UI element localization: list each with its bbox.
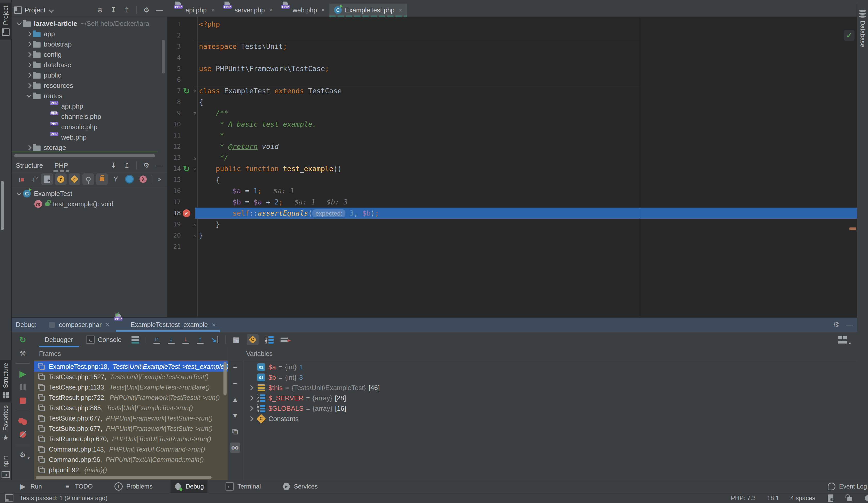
structure-tab-structure[interactable]: Structure — [16, 159, 43, 172]
code-line-12[interactable]: * @return void — [195, 141, 857, 152]
variables-action-watch[interactable]: oo — [230, 442, 240, 453]
rerun-icon[interactable]: ↻ — [19, 336, 27, 344]
expand-all-icon[interactable]: ↧ — [110, 6, 117, 14]
tree-item-web-php[interactable]: PHPweb.php — [12, 132, 167, 142]
inspection-status-icon[interactable]: ✓ — [844, 30, 855, 41]
toolwindow-toggle-icon[interactable] — [5, 494, 13, 502]
threads-icon[interactable]: 123 — [265, 335, 273, 344]
debug-toggle-mute-diamond[interactable]: C — [247, 334, 259, 345]
indent-setting[interactable]: 4 spaces — [790, 494, 815, 502]
chevron-down-icon[interactable] — [25, 95, 33, 97]
tree-item-console-php[interactable]: PHPconsole.php — [12, 122, 167, 132]
gear-icon[interactable]: ⚙ — [832, 320, 840, 329]
structure-item-ExampleTest[interactable]: CExampleTest — [12, 188, 167, 199]
tree-item-app[interactable]: app — [12, 29, 167, 39]
debug-view-tab-debugger[interactable]: Debugger — [42, 332, 76, 347]
debug-tab-ExampleTest-test_example[interactable]: PHP✓ExampleTest.test_example× — [115, 318, 221, 332]
editor[interactable]: PHPapi.php×PHPserver.php×PHPweb.php×CExa… — [167, 4, 857, 317]
code-line-3[interactable]: namespace Tests\Unit; — [195, 41, 857, 52]
close-icon[interactable]: × — [212, 321, 216, 329]
gutter-row[interactable]: 16 — [167, 185, 195, 196]
collapse-all-icon[interactable]: ↥ — [123, 161, 131, 170]
code-line-2[interactable] — [195, 30, 857, 41]
php-version[interactable]: PHP: 7.3 — [731, 494, 756, 502]
code-line-19[interactable]: } — [195, 219, 857, 230]
close-icon[interactable]: × — [211, 7, 214, 14]
step-over-icon[interactable]: ∩ — [153, 335, 161, 344]
run-cursor-icon[interactable]: ↘ — [211, 335, 218, 344]
tree-item-bootstrap[interactable]: bootstrap — [12, 39, 167, 49]
frame-row[interactable]: TestCase.php:1133,Tests|Unit|ExampleTest… — [34, 382, 228, 392]
add-watch-icon[interactable]: + — [280, 335, 288, 344]
pause-icon[interactable] — [19, 383, 27, 392]
close-icon[interactable]: × — [321, 7, 325, 14]
frame-row[interactable]: TestCase.php:885,Tests|Unit|ExampleTest-… — [34, 403, 228, 413]
step-out-icon[interactable]: ↑ — [196, 335, 204, 344]
chevron-right-icon[interactable] — [25, 63, 33, 67]
toolwindow-button-project[interactable]: Project — [0, 3, 11, 40]
hide-icon[interactable]: — — [156, 6, 164, 14]
tree-item-resources[interactable]: resources — [12, 80, 167, 91]
code-line-10[interactable]: * A basic test example. — [195, 119, 857, 130]
chevron-right-icon[interactable] — [246, 407, 256, 410]
tree-item-config[interactable]: config — [12, 49, 167, 60]
structure-item-test_example-void[interactable]: mtest_example(): void — [12, 199, 167, 209]
gear-icon[interactable]: ⚙ — [142, 6, 150, 14]
hide-icon[interactable]: — — [156, 161, 164, 170]
gutter-row[interactable]: 10 — [167, 119, 195, 130]
code-line-11[interactable]: * — [195, 130, 857, 141]
gutter-row[interactable]: 5 — [167, 63, 195, 74]
chevron-right-icon[interactable] — [25, 42, 33, 46]
editor-tab-web-php[interactable]: PHPweb.php× — [277, 4, 330, 17]
force-step-icon[interactable]: ↓ — [182, 335, 189, 344]
editor-tab-ExampleTest-php[interactable]: CExampleTest.php× — [329, 4, 407, 17]
tree-item-database[interactable]: database — [12, 60, 167, 70]
run-test-icon[interactable]: ↻ — [182, 164, 191, 173]
frames-list[interactable]: ExampleTest.php:18,Tests|Unit|ExampleTes… — [34, 360, 228, 480]
gutter-row[interactable]: 18✓ — [167, 207, 195, 219]
gutter-row[interactable]: 14↻▿ — [167, 163, 195, 174]
locate-icon[interactable]: ⊕ — [96, 6, 104, 14]
unlock-icon[interactable] — [846, 494, 854, 502]
frame-row[interactable]: TestSuite.php:677,PHPUnit|Framework|Test… — [34, 413, 228, 423]
frames-vscrollbar[interactable] — [224, 362, 227, 396]
left-bar-scrollbar[interactable] — [1, 181, 4, 230]
close-icon[interactable]: × — [106, 321, 110, 329]
bottom-bar-terminal[interactable]: ›_Terminal — [222, 480, 265, 493]
chevron-down-icon[interactable] — [15, 22, 23, 24]
code-line-18[interactable]: self::assertEquals(expected: 3, $b); — [195, 207, 857, 219]
expand-all-icon[interactable]: ↧ — [110, 161, 117, 170]
close-icon[interactable]: × — [269, 7, 272, 14]
chevron-right-icon[interactable] — [246, 396, 256, 400]
layout-bars-icon[interactable] — [132, 335, 139, 344]
variable-row[interactable]: 123$_SERVER={array}[28] — [242, 393, 857, 403]
tree-item-public[interactable]: public — [12, 70, 167, 80]
structure-toggle-lambda[interactable]: λ — [137, 173, 149, 185]
variables-list[interactable]: 01$a={int}101$b={int}3$this={Tests\Unit\… — [242, 360, 857, 480]
gear-icon[interactable]: ⚙ — [142, 161, 150, 170]
gutter-row[interactable]: 17 — [167, 196, 195, 207]
frame-row[interactable]: ExampleTest.php:18,Tests|Unit|ExampleTes… — [34, 361, 228, 372]
two-bp-icon[interactable] — [18, 417, 27, 425]
code-line-13[interactable]: */ — [195, 152, 857, 163]
tree-item-channels-php[interactable]: PHPchannels.php — [12, 111, 167, 122]
mute-bp-icon[interactable] — [19, 430, 27, 439]
collapse-all-icon[interactable]: ↥ — [123, 6, 131, 14]
bottom-bar-debug[interactable]: Debug — [170, 480, 207, 493]
structure-toggle-toggle-functions[interactable]: f — [55, 173, 67, 185]
gutter-row[interactable]: 15 — [167, 174, 195, 185]
variables-action-remove[interactable]: − — [230, 378, 240, 389]
code-line-6[interactable] — [195, 74, 857, 85]
chevron-right-icon[interactable] — [25, 146, 33, 150]
code-line-1[interactable]: <?php — [195, 19, 857, 30]
debug-tab-composer-phar[interactable]: composer.phar× — [43, 318, 115, 332]
gutter-row[interactable]: 12 — [167, 141, 195, 152]
file-gear-icon[interactable]: ⚙ — [827, 494, 834, 502]
chevron-right-icon[interactable] — [25, 32, 33, 36]
variables-action-add[interactable]: + — [230, 362, 240, 373]
wrench-icon[interactable]: ⚒ — [19, 349, 27, 358]
code-line-5[interactable]: use PHPUnit\Framework\TestCase; — [195, 63, 857, 74]
bottom-bar-problems[interactable]: !Problems — [111, 480, 156, 493]
frame-row[interactable]: TestCase.php:1527,Tests|Unit|ExampleTest… — [34, 372, 228, 382]
frame-row[interactable]: TestResult.php:722,PHPUnit|Framework|Tes… — [34, 392, 228, 403]
